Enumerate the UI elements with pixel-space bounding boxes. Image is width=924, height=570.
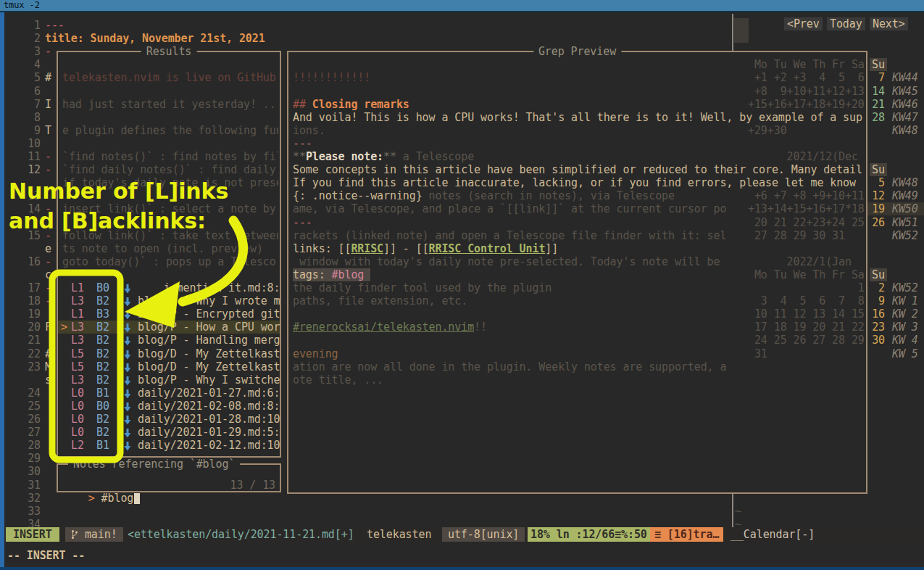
result-text: i mention it.md:8:: [138, 281, 280, 294]
line-number: 20: [19, 321, 41, 334]
tmux-title: tmux -2: [4, 0, 40, 10]
calendar-day[interactable]: 5: [870, 176, 885, 189]
result-row[interactable]: L0B1daily/2021-01-27.md:6:: [58, 387, 280, 400]
preview-line: And voila! This is how a CPU works! That…: [293, 111, 864, 124]
calendar-day[interactable]: 28: [870, 111, 885, 124]
calendar-week-number: KW52: [892, 229, 918, 242]
preview-text-segment: ote title, ...: [293, 373, 383, 387]
preview-line: ## Closing remarks: [293, 98, 864, 111]
calendar-day[interactable]: 23: [870, 321, 885, 334]
result-row[interactable]: L3B2blog/P - Handling merg: [58, 334, 280, 347]
preview-text-segment: Please note:: [306, 150, 383, 163]
links-badge: L3: [71, 334, 84, 347]
backlinks-badge: B2: [96, 334, 109, 347]
result-text: blog/P - Handling merg: [138, 334, 280, 347]
calendar-week-number: KW50: [892, 202, 918, 215]
preview-text-segment: !!: [474, 321, 487, 334]
git-branch: main!: [65, 527, 123, 542]
line-number: 33: [19, 505, 41, 518]
line-number: 19: [19, 307, 41, 321]
line-number: 1: [19, 19, 41, 32]
prompt-input[interactable]: > #blog: [62, 479, 200, 492]
line-number: 22: [19, 347, 41, 360]
result-row[interactable]: L3B2blog/P - Why I switche: [58, 373, 280, 387]
calendar-day[interactable]: 26: [870, 216, 885, 229]
result-row[interactable]: L5B2blog/D - My Zettelkast: [58, 360, 280, 373]
calendar-day[interactable]: 14: [870, 85, 885, 98]
calendar-day[interactable]: 9: [870, 294, 885, 307]
down-arrow-icon: [123, 363, 132, 373]
result-text: daily/2021-01-29.md:5:: [138, 426, 280, 439]
links-badge: L3: [71, 321, 84, 334]
line-number: 11: [19, 150, 41, 163]
result-row[interactable]: L0B2daily/2021-01-29.md:5:: [58, 426, 280, 439]
window-separator-bottom: [732, 494, 733, 527]
backlinks-badge: B3: [96, 307, 109, 321]
result-row[interactable]: L0B2daily/2021-01-28.md:10: [58, 413, 280, 426]
line-number: 14: [19, 202, 41, 215]
line-number: 8: [19, 111, 41, 124]
line-number: 15: [19, 229, 41, 242]
buffer-first-char: #: [45, 347, 51, 360]
empty-line-tilde: ~: [735, 505, 741, 518]
preview-text-segment: ##: [293, 98, 312, 111]
calendar-day[interactable]: 21: [870, 98, 885, 111]
preview-text-segment: If you find this article inaccurate, lac…: [293, 176, 856, 189]
preview-line: tags: #blog: [293, 268, 864, 281]
down-arrow-icon: [123, 336, 132, 347]
result-text: blog/P - Why I wrote m: [138, 294, 280, 307]
calendar-day[interactable]: 2: [870, 281, 885, 294]
result-row[interactable]: L5B2blog/D - My Zettelkast: [58, 347, 280, 360]
buffer-first-char: -: [45, 281, 51, 294]
buffer-first-char: s: [45, 373, 51, 387]
line-number: 18: [19, 294, 41, 307]
next-button[interactable]: Next>: [870, 17, 908, 30]
window-separator-top: [732, 14, 733, 51]
preview-text-segment: ame, via Telescope, and place a `[[link]…: [293, 202, 726, 215]
line-number: 24: [19, 387, 41, 400]
result-row[interactable]: L2B1daily/2021-02-12.md:10: [58, 439, 280, 452]
today-button[interactable]: Today: [827, 17, 865, 30]
calendar-day[interactable]: 19: [870, 202, 885, 215]
links-badge: L5: [71, 347, 84, 360]
prompt-query: #blog: [101, 492, 134, 505]
calendar-week-number: KW48: [892, 124, 918, 137]
links-badge: L3: [71, 373, 84, 387]
preview-text-segment: And voila! This is how a CPU works! That…: [293, 111, 862, 124]
result-text: blog/P - Why I switche: [138, 373, 280, 387]
current-file: <ettelkasten/daily/2021-11-21.md[+]: [123, 527, 359, 542]
preview-line: window with today's daily note pre-selec…: [293, 255, 864, 268]
result-row[interactable]: L0B0daily/2021-02-08.md:8:: [58, 400, 280, 413]
left-border: [0, 12, 4, 570]
preview-line: ions.: [293, 124, 864, 137]
statusline: INSERT main! <ettelkasten/daily/2021-11-…: [4, 527, 924, 542]
line-number: 32: [19, 492, 41, 505]
result-count: 13 / 13: [203, 479, 275, 492]
buffer-first-char: -: [45, 255, 51, 268]
result-row[interactable]: >L3B2blog/P - How a CPU wor: [58, 321, 280, 334]
result-row[interactable]: L1B0 i mention it.md:8:: [58, 281, 280, 294]
result-text: daily/2021-02-12.md:10: [138, 439, 280, 452]
grep-preview-title: Grep Preview: [533, 45, 621, 58]
backlinks-badge: B2: [96, 294, 109, 307]
prev-button[interactable]: <Prev: [784, 17, 823, 30]
down-arrow-icon: [123, 376, 132, 387]
preview-text-segment: ]] - [[: [383, 242, 429, 255]
scrollbar-thumb[interactable]: [734, 18, 749, 43]
calendar-week-number: KW45: [892, 85, 918, 98]
cursor-position: 18% ln :12/66≡%:50: [528, 527, 650, 542]
result-row[interactable]: L1B3blog/P - Encrypted git: [58, 307, 280, 321]
result-row[interactable]: L3B2blog/P - Why I wrote m: [58, 294, 280, 307]
preview-text-segment: ation are now all done in the plugin. We…: [293, 360, 726, 373]
line-number: 3: [19, 45, 41, 58]
calendar-day[interactable]: 7: [870, 71, 885, 84]
calendar-day[interactable]: 12: [870, 189, 885, 202]
line-number: 27: [19, 426, 41, 439]
buffer-first-char: -: [45, 202, 51, 215]
calendar-day[interactable]: 30: [870, 334, 885, 347]
preview-text-segment: ---: [293, 216, 312, 229]
calendar-day[interactable]: 16: [870, 307, 885, 321]
backlinks-badge: B2: [96, 321, 109, 334]
calendar-week-number: KW 2: [892, 307, 918, 321]
preview-text-segment: paths, file extension, etc.: [293, 294, 467, 307]
